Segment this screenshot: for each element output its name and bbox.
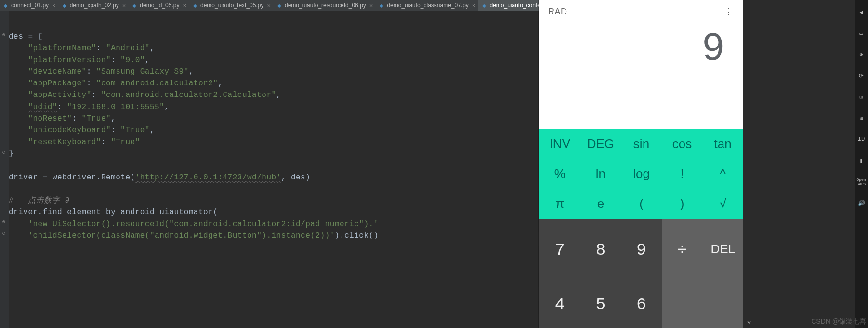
close-icon[interactable]: × xyxy=(369,2,373,9)
close-icon[interactable]: × xyxy=(52,2,56,9)
sd-icon[interactable]: ▭ xyxy=(857,29,866,38)
digit-9-button[interactable]: 9 xyxy=(621,219,662,279)
pi-button[interactable]: π xyxy=(539,189,580,219)
lparen-button[interactable]: ( xyxy=(621,189,662,219)
close-icon[interactable]: × xyxy=(472,2,476,9)
e-button[interactable]: e xyxy=(580,189,621,219)
tan-button[interactable]: tan xyxy=(702,129,743,159)
close-icon[interactable]: × xyxy=(122,2,126,9)
calculator-scientific-pad: INV DEG sin cos tan % ln log ! ^ π e ( )… xyxy=(539,129,743,219)
tab-demo-text-05[interactable]: ◆demo_uiauto_text_05.py× xyxy=(189,0,274,11)
ln-button[interactable]: ln xyxy=(580,159,621,189)
tab-demo-classname-07[interactable]: ◆demo_uiauto_classname_07.py× xyxy=(376,0,478,11)
factorial-button[interactable]: ! xyxy=(662,159,703,189)
tab-demo-resid-06[interactable]: ◆demo_uiauto_resourceId_06.py× xyxy=(274,0,376,11)
chevron-down-icon[interactable]: ⌄ xyxy=(744,315,754,325)
calculator-app: RAD ⋮ 9 INV DEG sin cos tan % ln log ! ^… xyxy=(539,0,743,328)
multiply-button[interactable] xyxy=(662,279,703,328)
speaker-icon[interactable]: 🔊 xyxy=(857,199,866,207)
python-icon: ◆ xyxy=(481,2,487,8)
digit-8-button[interactable]: 8 xyxy=(580,219,621,279)
percent-button[interactable]: % xyxy=(539,159,580,189)
emulator-sidebar: ◀ ▭ ⊚ ⟳ ⊞ ≋ ID ▮ OpenGAPS 🔊 xyxy=(855,0,868,328)
python-icon: ◆ xyxy=(3,2,9,8)
sqrt-button[interactable]: √ xyxy=(702,189,743,219)
id-icon[interactable]: ID xyxy=(857,135,866,144)
op-placeholder[interactable] xyxy=(702,279,743,328)
more-menu-icon[interactable]: ⋮ xyxy=(724,6,733,17)
fold-icon[interactable]: ⊖ xyxy=(2,219,7,223)
digit-7-button[interactable]: 7 xyxy=(539,219,580,279)
deg-button[interactable]: DEG xyxy=(580,129,621,159)
digit-5-button[interactable]: 5 xyxy=(580,279,621,328)
digit-6-button[interactable]: 6 xyxy=(621,279,662,328)
inv-button[interactable]: INV xyxy=(539,129,580,159)
close-icon[interactable]: × xyxy=(267,2,271,9)
fold-icon[interactable]: ⊖ xyxy=(2,32,7,36)
close-icon[interactable]: × xyxy=(183,2,186,9)
angle-mode-label[interactable]: RAD xyxy=(548,7,567,17)
log-button[interactable]: log xyxy=(621,159,662,189)
gps-icon[interactable]: ⊚ xyxy=(857,50,866,59)
tab-demo-id-05[interactable]: ◆demo_id_05.py× xyxy=(129,0,189,11)
network-icon[interactable]: ⊞ xyxy=(857,93,866,101)
python-icon: ◆ xyxy=(276,2,282,8)
calculator-numeric-pad: 7 8 9 ÷ DEL 4 5 6 xyxy=(539,219,743,328)
python-icon: ◆ xyxy=(62,2,67,8)
rotate-icon[interactable]: ⟳ xyxy=(857,71,866,80)
python-icon: ◆ xyxy=(192,2,198,8)
tab-demo-xpath-02[interactable]: ◆demo_xpath_02.py× xyxy=(59,0,129,11)
fold-icon[interactable]: ⊖ xyxy=(2,231,7,235)
gutter: ⊖ ⊖ ⊖ ⊖ xyxy=(0,11,9,328)
sin-button[interactable]: sin xyxy=(621,129,662,159)
cos-button[interactable]: cos xyxy=(662,129,703,159)
digit-4-button[interactable]: 4 xyxy=(539,279,580,328)
back-icon[interactable]: ◀ xyxy=(857,8,866,16)
calculator-display: 9 xyxy=(539,23,743,129)
wifi-icon[interactable]: ≋ xyxy=(857,114,866,123)
battery-icon[interactable]: ▮ xyxy=(857,156,866,165)
fold-icon[interactable]: ⊖ xyxy=(2,150,7,154)
python-icon: ◆ xyxy=(379,2,384,8)
tab-connect-01[interactable]: ◆connect_01.py× xyxy=(0,0,59,11)
gapps-icon[interactable]: OpenGAPS xyxy=(857,178,866,186)
power-button[interactable]: ^ xyxy=(702,159,743,189)
divide-button[interactable]: ÷ xyxy=(662,219,703,279)
python-icon: ◆ xyxy=(132,2,137,8)
rparen-button[interactable]: ) xyxy=(662,189,703,219)
delete-button[interactable]: DEL xyxy=(702,219,743,279)
